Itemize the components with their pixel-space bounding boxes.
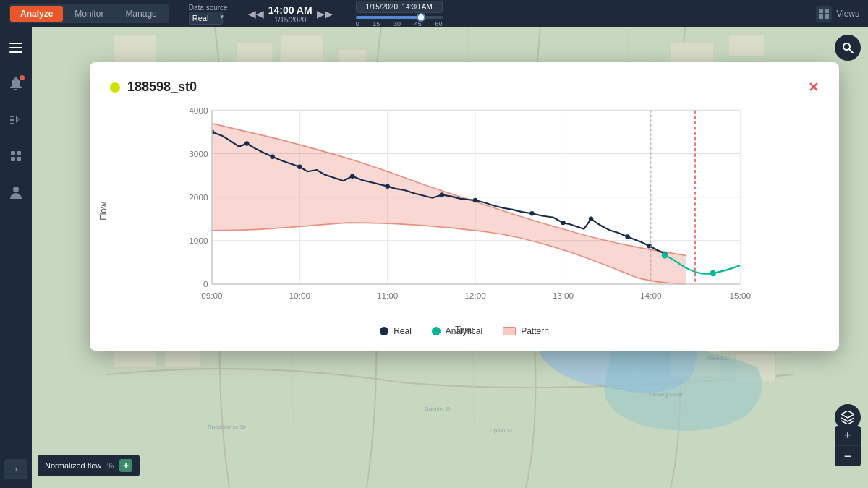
svg-text:09:00: 09:00 [201,291,223,301]
time-control: ◀◀ 14:00 AM 1/15/2020 ▶▶ [248,4,333,24]
svg-text:Racecourse Dr: Racecourse Dr [208,424,247,430]
main-content: › [0,27,868,488]
timeline-label-0: 0 [356,20,359,27]
normalized-flow-badge: Normalized flow % + [38,455,140,476]
svg-point-65 [297,165,302,169]
popup-title-row: 188598_st0 [110,80,197,95]
timeline-slider: 1/15/2020, 14:30 AM 0 15 30 45 60 [356,1,443,27]
svg-text:Daimler Dr: Daimler Dr [425,406,453,412]
map-search-button[interactable] [835,35,861,61]
time-prev-btn[interactable]: ◀◀ [248,8,264,20]
time-date: 1/15/2020 [268,16,312,24]
chart-container: Flow [110,106,819,316]
svg-text:0: 0 [203,279,208,289]
svg-line-84 [849,49,853,53]
svg-point-80 [745,259,752,265]
timeline-thumb [417,13,425,22]
time-big: 14:00 AM [268,4,312,16]
svg-text:4000: 4000 [189,106,208,116]
zoom-in-button[interactable]: + [835,426,861,446]
time-display: 14:00 AM 1/15/2020 [268,4,312,24]
normalized-flow-add-button[interactable]: + [119,459,132,472]
svg-rect-0 [819,9,823,13]
svg-text:3000: 3000 [189,149,208,159]
svg-point-67 [385,184,389,188]
svg-point-69 [473,198,477,202]
chart-popup: 188598_st0 ✕ Flow [90,62,839,351]
views-label: Views [836,9,859,19]
svg-text:10:00: 10:00 [289,291,311,301]
sidebar-icon-tasks[interactable] [4,108,27,132]
svg-point-11 [13,187,19,192]
svg-point-68 [440,192,444,197]
sidebar-expand-btn[interactable]: › [4,459,27,479]
views-button[interactable]: Views [816,6,859,22]
chart-x-label: Time [110,325,819,335]
left-sidebar: › [0,27,32,488]
timeline-label-4: 60 [435,20,443,27]
sidebar-icon-menu[interactable] [4,36,27,59]
normalized-flow-unit: % [107,462,114,470]
timeline-track[interactable] [356,16,443,19]
views-icon [816,6,832,22]
svg-text:15:00: 15:00 [730,291,752,301]
svg-text:Flamb...: Flamb... [707,355,728,361]
tab-analyze[interactable]: Analyze [10,6,63,22]
svg-point-66 [350,174,354,178]
svg-text:12:00: 12:00 [464,291,486,301]
svg-text:13:00: 13:00 [553,291,574,301]
tab-manage[interactable]: Manage [115,6,166,22]
svg-rect-5 [9,47,22,48]
popup-close-button[interactable]: ✕ [808,81,819,94]
svg-point-78 [662,252,668,259]
timeline-label-2: 30 [393,20,401,27]
top-navbar: Analyze Monitor Manage Data source Real … [0,0,868,27]
svg-text:Nerang River: Nerang River [649,391,683,398]
svg-rect-9 [11,157,15,161]
svg-point-72 [589,217,593,221]
svg-text:14:00: 14:00 [640,291,662,301]
svg-point-63 [244,141,249,145]
svg-rect-4 [9,43,22,44]
svg-point-71 [561,221,565,225]
svg-rect-3 [825,14,829,19]
timeline-label-1: 15 [373,20,380,27]
chart-y-label: Flow [98,202,109,220]
timeline-labels: 0 15 30 45 60 [356,20,443,27]
zoom-out-button[interactable]: − [835,446,861,466]
timeline-input[interactable]: 1/15/2020, 14:30 AM [356,1,443,13]
sidebar-icon-bell[interactable] [4,72,27,95]
time-next-btn[interactable]: ▶▶ [317,8,333,20]
svg-point-70 [529,211,534,215]
svg-rect-19 [728,35,765,56]
popup-title: 188598_st0 [127,80,197,95]
chart-svg: 4000 3000 2000 1000 0 09:00 10:00 11:00 … [110,106,819,316]
sidebar-icon-user[interactable] [4,181,27,204]
svg-text:1000: 1000 [189,236,208,246]
svg-text:Upton St: Upton St [490,427,513,434]
map-zoom-buttons: + − [835,426,861,466]
nav-tabs: Analyze Monitor Manage [9,4,169,23]
svg-text:2000: 2000 [189,192,208,202]
timeline-fill [356,16,421,19]
popup-header: 188598_st0 ✕ [110,80,819,95]
data-source-select[interactable]: Real [189,12,223,25]
data-source-group: Data source Real [189,4,228,25]
svg-point-73 [625,234,629,239]
svg-rect-8 [17,151,21,155]
map-area: Chevron Island Acton The B... Nerang Riv… [32,27,868,488]
svg-point-64 [270,155,274,159]
svg-rect-7 [11,151,15,155]
sidebar-icon-layers[interactable] [4,145,27,168]
popup-dot [110,82,120,93]
app-container: Analyze Monitor Manage Data source Real … [0,0,868,488]
svg-rect-6 [9,51,22,53]
svg-text:11:00: 11:00 [377,291,399,301]
data-source-label: Data source [189,4,228,12]
svg-rect-1 [825,9,829,13]
data-source-wrapper: Real [189,12,228,25]
svg-rect-2 [819,14,823,19]
normalized-flow-label: Normalized flow [45,461,101,470]
svg-rect-12 [114,35,157,64]
tab-monitor[interactable]: Monitor [64,6,114,22]
